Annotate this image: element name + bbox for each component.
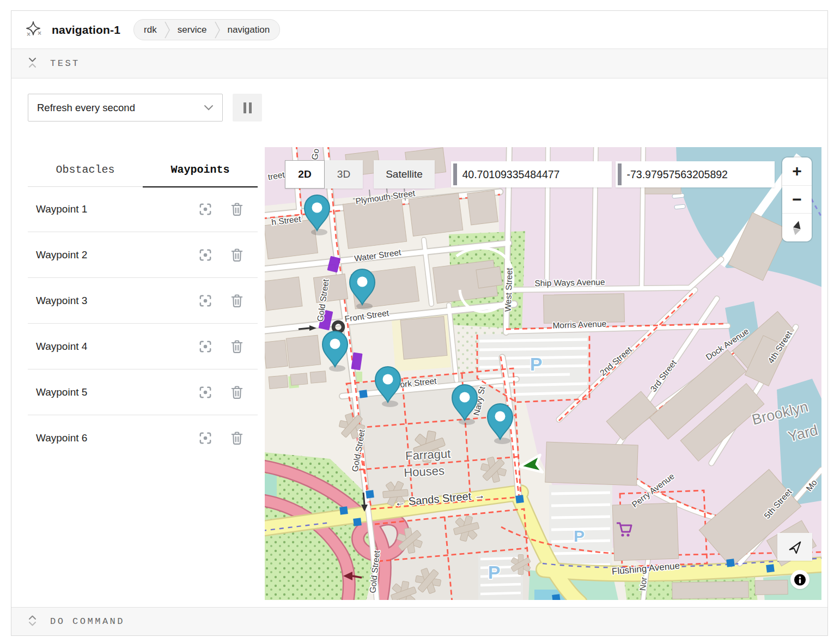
map-attribution-button[interactable]: [790, 570, 809, 589]
test-section-bar[interactable]: TEST: [11, 48, 827, 78]
pause-icon: [242, 102, 253, 114]
card-header: × × navigation-1 rdkservicenavigation: [11, 11, 827, 48]
trash-icon: [230, 431, 244, 445]
waypoint-name: Waypoint 4: [36, 341, 198, 353]
focus-icon: [198, 202, 212, 216]
waypoint-row: Waypoint 1: [28, 186, 258, 232]
test-section-label: TEST: [50, 58, 80, 69]
waypoint-name: Waypoint 1: [36, 203, 198, 215]
delete-waypoint-button[interactable]: [229, 202, 245, 217]
breadcrumb-item: rdk: [144, 25, 157, 35]
traffic-signal-square: [726, 559, 735, 567]
delete-waypoint-button[interactable]: [229, 430, 245, 446]
delete-waypoint-button[interactable]: [229, 339, 245, 354]
obstacles-waypoints-tabs: Obstacles Waypoints: [28, 159, 258, 187]
street-label: Go: [309, 148, 320, 160]
street-label: Morris Avenue: [552, 319, 606, 330]
focus-waypoint-button[interactable]: [198, 202, 213, 217]
street-label: West Street: [503, 268, 514, 312]
trash-icon: [230, 339, 244, 354]
breadcrumb-item: navigation: [228, 25, 270, 35]
delete-waypoint-button[interactable]: [229, 247, 245, 263]
street-label: Farragut: [405, 447, 451, 463]
chevron-down-icon: [204, 105, 214, 111]
info-icon: [794, 573, 806, 586]
waypoint-row: Waypoint 4: [28, 324, 258, 369]
waypoint-list: Waypoint 1: [28, 186, 258, 461]
focus-icon: [198, 385, 212, 399]
traffic-signal-square: [515, 495, 524, 504]
compass-button[interactable]: [782, 213, 812, 241]
street-label: Nor: [638, 577, 649, 591]
map-2d-button[interactable]: 2D: [285, 160, 325, 189]
waypoint-name: Waypoint 5: [36, 386, 198, 398]
breadcrumb-separator-icon: [164, 20, 171, 40]
breadcrumb: rdkservicenavigation: [133, 19, 280, 40]
refresh-rate-select[interactable]: Refresh every second: [28, 94, 223, 122]
trash-icon: [230, 385, 244, 399]
focus-icon: [198, 248, 212, 262]
map-satellite-button[interactable]: Satellite: [374, 160, 435, 189]
waypoint-name: Waypoint 2: [36, 249, 198, 261]
latitude-input[interactable]: [457, 168, 612, 181]
do-command-label: DO COMMAND: [50, 616, 125, 627]
focus-icon: [198, 294, 212, 308]
navigation-service-card: × × navigation-1 rdkservicenavigation TE…: [11, 10, 828, 636]
trash-icon: [230, 294, 244, 308]
waypoint-row: Waypoint 3: [28, 278, 258, 324]
service-sparkle-icon: × ×: [25, 20, 42, 40]
focus-waypoint-button[interactable]: [198, 385, 213, 400]
breadcrumb-separator-icon: [214, 20, 221, 40]
focus-waypoint-button[interactable]: [198, 430, 213, 446]
tab-waypoints[interactable]: Waypoints: [143, 159, 258, 187]
trash-icon: [230, 248, 244, 262]
focus-icon: [198, 431, 212, 445]
trash-icon: [230, 202, 244, 216]
do-command-bar[interactable]: DO COMMAND: [11, 607, 827, 635]
focus-icon: [198, 339, 212, 354]
map-3d-button[interactable]: 3D: [325, 160, 363, 189]
traffic-signal-square: [552, 594, 561, 600]
compass-needle-icon: [790, 220, 804, 236]
waypoint-row: Waypoint 2: [28, 232, 258, 278]
traffic-signal-square: [353, 518, 362, 526]
map-canvas[interactable]: Plymouth Streeth StreetWater StreetFront…: [265, 147, 821, 600]
collapse-icon: [28, 56, 37, 71]
longitude-input[interactable]: [622, 168, 775, 181]
delete-waypoint-button[interactable]: [229, 293, 245, 308]
refresh-rate-value: Refresh every second: [37, 102, 135, 114]
traffic-signal-square: [359, 390, 368, 398]
waypoint-name: Waypoint 3: [36, 295, 198, 307]
street-label: P: [488, 562, 501, 583]
waypoint-row: Waypoint 6: [28, 415, 258, 461]
waypoint-row: Waypoint 5: [28, 369, 258, 415]
svg-text:×: ×: [27, 31, 31, 38]
zoom-in-button[interactable]: +: [782, 157, 812, 185]
expand-icon: [28, 614, 37, 629]
street-label: Houses: [404, 464, 445, 480]
breadcrumb-item: service: [178, 25, 207, 35]
pause-refresh-button[interactable]: [233, 94, 262, 122]
longitude-field-wrap: [616, 161, 775, 187]
focus-waypoint-button[interactable]: [198, 339, 213, 354]
traffic-signal-square: [366, 490, 374, 499]
focus-waypoint-button[interactable]: [198, 247, 213, 263]
waypoint-name: Waypoint 6: [36, 432, 198, 444]
page-title: navigation-1: [52, 23, 120, 37]
street-label: P: [574, 527, 585, 545]
navigation-map[interactable]: Plymouth Streeth StreetWater StreetFront…: [265, 147, 821, 600]
traffic-signal-square: [766, 564, 775, 573]
locate-robot-button[interactable]: [777, 533, 812, 561]
street-label: Ship Ways Avenue: [534, 277, 605, 288]
zoom-out-button[interactable]: −: [782, 185, 812, 214]
navigation-arrow-icon: [787, 539, 802, 555]
traffic-signal-square: [339, 506, 348, 515]
street-label: P: [530, 354, 543, 374]
map-zoom-control: + −: [782, 157, 812, 241]
latitude-field-wrap: [451, 161, 612, 187]
focus-waypoint-button[interactable]: [198, 293, 213, 308]
svg-text:×: ×: [38, 29, 41, 37]
tab-obstacles[interactable]: Obstacles: [28, 159, 143, 186]
delete-waypoint-button[interactable]: [229, 385, 245, 400]
